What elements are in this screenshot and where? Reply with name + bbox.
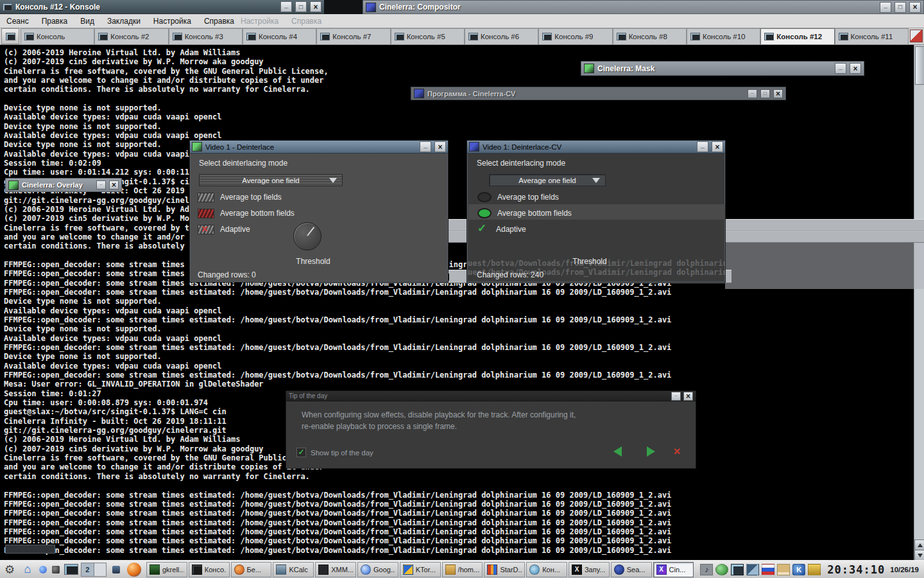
minimize-button[interactable] bbox=[835, 63, 846, 74]
tab-konsol-9[interactable]: Консоль #9 bbox=[538, 28, 612, 44]
tab-konsol-10[interactable]: Консоль #10 bbox=[687, 28, 760, 44]
minimize-button[interactable] bbox=[748, 89, 757, 98]
quicklaunch-app-icon[interactable] bbox=[37, 562, 49, 577]
cv-program-titlebar[interactable]: Программа - Cinelerra-CV bbox=[411, 87, 786, 100]
tip-titlebar[interactable]: Tip of the day bbox=[286, 391, 696, 401]
minimize-button[interactable] bbox=[420, 141, 431, 152]
next-tip-button[interactable] bbox=[644, 445, 658, 458]
task-stardict[interactable]: StarD... bbox=[484, 562, 525, 577]
monitor-activity-icon[interactable] bbox=[910, 30, 923, 42]
tab-konsol-7[interactable]: Консоль #7 bbox=[316, 28, 390, 44]
clock[interactable]: 20:34:10 10/26/19 bbox=[825, 563, 923, 576]
scrollbar-thumb[interactable] bbox=[915, 46, 924, 85]
app-indicator-icon[interactable] bbox=[715, 564, 728, 575]
task-gkrellm[interactable]: gkrell... bbox=[146, 562, 187, 577]
display-icon[interactable] bbox=[731, 564, 744, 575]
menu-bookmarks[interactable]: Закладки bbox=[101, 14, 147, 28]
menu-view[interactable]: Вид bbox=[74, 14, 101, 28]
minimize-button[interactable] bbox=[671, 392, 681, 401]
overlay-titlebar[interactable]: Cinelerra: Overlay bbox=[5, 178, 122, 192]
new-session-button[interactable] bbox=[1, 28, 19, 44]
gkrellm-icon bbox=[150, 565, 160, 575]
radio-average-top-fields[interactable]: Average top fields bbox=[477, 191, 559, 204]
deinterlace-mode-select[interactable]: Average one field bbox=[199, 174, 343, 186]
task-seamonkey[interactable]: Sea... bbox=[611, 562, 652, 577]
scroll-up-button[interactable] bbox=[914, 539, 924, 550]
tab-konsol-1[interactable]: Консоль bbox=[21, 28, 94, 44]
task-be[interactable]: Бе... bbox=[231, 562, 272, 577]
maximize-button[interactable] bbox=[894, 2, 906, 13]
quicklaunch-app-icon[interactable] bbox=[50, 562, 62, 577]
compositor-titlebar[interactable]: Cinelerra: Compositor bbox=[363, 0, 924, 14]
show-tip-checkbox[interactable]: Show tip of the day bbox=[296, 448, 373, 457]
minimize-button[interactable] bbox=[96, 180, 106, 189]
tab-konsol-3[interactable]: Консоль #3 bbox=[169, 28, 243, 44]
close-button[interactable] bbox=[109, 180, 119, 189]
close-button[interactable] bbox=[683, 392, 693, 401]
volume-icon[interactable] bbox=[700, 564, 713, 575]
minimize-button[interactable] bbox=[880, 2, 891, 13]
scroll-down-button[interactable] bbox=[914, 550, 924, 561]
keyboard-layout-ru-flag-icon[interactable] bbox=[762, 564, 774, 575]
checkbox-adaptive[interactable]: Adaptive bbox=[477, 223, 526, 236]
konsole-titlebar[interactable]: Консоль #12 - Konsole bbox=[0, 0, 324, 14]
menu-edit[interactable]: Правка bbox=[35, 14, 74, 28]
task-konsole[interactable]: Консо... bbox=[189, 562, 230, 577]
close-button[interactable] bbox=[712, 141, 723, 152]
deinterlace-cv-mode-select[interactable]: Average one field bbox=[489, 174, 606, 186]
close-button[interactable] bbox=[909, 2, 921, 13]
threshold-knob[interactable] bbox=[293, 222, 321, 250]
previous-tip-button[interactable] bbox=[610, 445, 624, 458]
network-monitor-icon[interactable] bbox=[746, 564, 759, 575]
quicklaunch-app-icon[interactable] bbox=[108, 562, 124, 577]
task-ktorrent[interactable]: KTor... bbox=[400, 562, 441, 577]
maximize-button[interactable] bbox=[295, 1, 307, 12]
minimize-button[interactable] bbox=[280, 1, 292, 12]
tab-konsol-2[interactable]: Консоль #2 bbox=[94, 28, 168, 44]
mask-titlebar[interactable]: Cinelerra: Mask bbox=[581, 61, 864, 76]
home-button[interactable]: ⌂ bbox=[19, 562, 36, 577]
task-konqueror[interactable]: Кон... bbox=[526, 562, 567, 577]
deinterlace-titlebar[interactable]: Video 1 - Deinterlace bbox=[190, 141, 448, 153]
close-button[interactable] bbox=[773, 89, 783, 98]
maximize-button[interactable] bbox=[760, 89, 770, 98]
option-average-top-fields[interactable]: Average top fields bbox=[198, 191, 282, 204]
tab-konsol-5[interactable]: Консоль #5 bbox=[391, 28, 465, 44]
task-google[interactable]: Goog... bbox=[357, 562, 398, 577]
konsole-quicklaunch[interactable] bbox=[63, 562, 80, 577]
tab-konsol-8[interactable]: Консоль #8 bbox=[613, 28, 687, 44]
option-average-bottom-fields[interactable]: Average bottom fields bbox=[198, 207, 295, 220]
task-xterm[interactable]: Запу... bbox=[569, 562, 610, 577]
deinterlace-cv-titlebar[interactable]: Video 1: Deinterlace-CV bbox=[467, 141, 725, 153]
checkbox-stripe-icon bbox=[198, 193, 214, 202]
task-xmms[interactable]: XMM... bbox=[315, 562, 356, 577]
pager-desktop[interactable] bbox=[94, 563, 107, 576]
close-button[interactable] bbox=[850, 63, 861, 74]
close-button[interactable] bbox=[434, 141, 446, 152]
task-cinelerra-active[interactable]: Cin... bbox=[653, 562, 694, 577]
klipper-clipboard-icon[interactable] bbox=[777, 564, 790, 575]
task-home-folder[interactable]: /hom... bbox=[442, 562, 483, 577]
minimize-button[interactable] bbox=[697, 141, 708, 152]
radio-average-bottom-fields[interactable]: Average bottom fields bbox=[477, 207, 572, 220]
desktop-pager[interactable]: 2 bbox=[81, 563, 107, 577]
close-button[interactable] bbox=[310, 1, 321, 12]
kde-icon[interactable] bbox=[792, 564, 805, 575]
terminal-output[interactable]: (c) 2006-2019 Heroine Virtual Ltd. by Ad… bbox=[0, 45, 914, 560]
kmenu-button[interactable]: ⚙ bbox=[1, 562, 18, 577]
tab-konsol-11[interactable]: Консоль #11 bbox=[835, 28, 909, 44]
tab-konsol-6[interactable]: Консоль #6 bbox=[465, 28, 538, 44]
overlay-title: Cinelerra: Overlay bbox=[22, 181, 93, 189]
firefox-launcher[interactable] bbox=[126, 562, 142, 577]
tab-konsol-4[interactable]: Консоль #4 bbox=[243, 28, 316, 44]
cv-program-title: Программа - Cinelerra-CV bbox=[427, 90, 744, 98]
terminal-scrollbar[interactable] bbox=[914, 45, 924, 560]
organizer-icon[interactable] bbox=[808, 564, 821, 575]
close-tip-button[interactable] bbox=[670, 445, 684, 458]
menu-settings[interactable]: Настройка bbox=[147, 14, 198, 28]
option-adaptive[interactable]: Adaptive bbox=[198, 223, 250, 236]
tab-konsol-12-active[interactable]: Консоль #12 bbox=[760, 28, 834, 44]
menu-session[interactable]: Сеанс bbox=[0, 14, 35, 28]
pager-active-desktop[interactable]: 2 bbox=[81, 563, 94, 576]
task-kcalc[interactable]: KCalc bbox=[273, 562, 314, 577]
